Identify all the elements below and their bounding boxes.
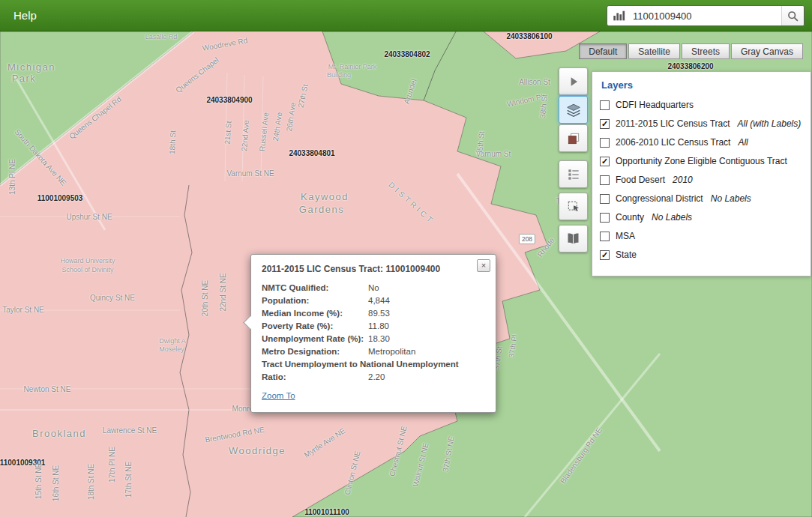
layer-checkbox[interactable] xyxy=(600,138,610,148)
layer-label: State xyxy=(616,250,637,260)
copy-button[interactable] xyxy=(559,124,588,152)
book-icon xyxy=(565,231,581,247)
popup-field-label: Poverty Rate (%): xyxy=(262,320,368,333)
popup-rows: NMTC Qualified:NoPopulation:4,844Median … xyxy=(262,282,485,384)
layer-item[interactable]: ✓State xyxy=(592,250,811,260)
popup-field-value: 18.30 xyxy=(368,333,485,345)
layer-note: All xyxy=(738,137,748,148)
route-shield: 208 xyxy=(519,234,535,244)
layer-label: Congressional District xyxy=(616,193,703,204)
popup-field-label: Tract Unemployment to National Unemploym… xyxy=(262,358,485,371)
layers-panel-title: Layers xyxy=(592,72,811,100)
popup-row: Ratio:2.20 xyxy=(262,371,485,384)
popup-row: Population:4,844 xyxy=(262,294,485,307)
play-button[interactable] xyxy=(559,67,588,95)
layer-checkbox[interactable] xyxy=(600,175,610,185)
layer-label: CDFI Headquarters xyxy=(616,100,694,110)
popup-row: Median Income (%):89.53 xyxy=(262,307,485,320)
popup-field-value: 4,844 xyxy=(368,294,485,307)
app-header: Help xyxy=(0,0,812,31)
popup-close-button[interactable]: × xyxy=(477,259,490,272)
layer-item[interactable]: Food Desert2010 xyxy=(592,175,811,185)
layer-checkbox[interactable]: ✓ xyxy=(600,250,610,260)
layer-item[interactable]: 2006-2010 LIC Census TractAll xyxy=(592,137,811,148)
layers-list: CDFI Headquarters✓2011-2015 LIC Census T… xyxy=(592,100,811,260)
popup-title: 2011-2015 LIC Census Tract: 11001009400 xyxy=(262,264,485,274)
search-widget xyxy=(607,5,805,26)
app-window: 2403380610024033804802240338062002403380… xyxy=(0,0,812,517)
layer-label: Food Desert xyxy=(616,175,665,185)
popup-field-value: 11.80 xyxy=(368,320,485,333)
popup-row: NMTC Qualified:No xyxy=(262,282,485,294)
basemap-graycanvas-button[interactable]: Gray Canvas xyxy=(731,43,803,59)
magnifier-icon xyxy=(787,10,799,22)
play-icon xyxy=(566,74,581,89)
layer-item[interactable]: ✓Opportunity Zone Eligible Contiguous Tr… xyxy=(592,156,811,166)
layer-item[interactable]: CDFI Headquarters xyxy=(592,100,811,110)
layer-item[interactable]: CountyNo Labels xyxy=(592,212,811,223)
basemap-streets-button[interactable]: Streets xyxy=(682,43,730,59)
zoom-to-link[interactable]: Zoom To xyxy=(262,391,295,400)
popup-field-value: No xyxy=(368,282,485,294)
layers-button[interactable] xyxy=(559,96,588,124)
popup-field-label: Metro Designation: xyxy=(262,345,368,358)
layer-note: No Labels xyxy=(711,193,751,204)
layer-checkbox[interactable]: ✓ xyxy=(600,119,610,129)
popup-field-label: Ratio: xyxy=(262,371,368,384)
bookmarks-button[interactable] xyxy=(559,225,588,253)
layer-item[interactable]: Congressional DistrictNo Labels xyxy=(592,193,811,204)
basemap-satellite-button[interactable]: Satellite xyxy=(628,43,680,59)
layer-label: MSA xyxy=(616,231,635,241)
basemap-default-button[interactable]: Default xyxy=(579,43,627,59)
layer-checkbox[interactable]: ✓ xyxy=(600,157,610,166)
popup-row: Tract Unemployment to National Unemploym… xyxy=(262,358,485,371)
layer-checkbox[interactable] xyxy=(600,194,610,204)
layer-checkbox[interactable] xyxy=(600,100,610,110)
layer-note: 2010 xyxy=(673,175,693,185)
help-button[interactable]: Help xyxy=(13,0,37,31)
layer-checkbox[interactable] xyxy=(600,213,610,223)
layer-label: 2006-2010 LIC Census Tract xyxy=(616,137,730,148)
popup-field-value: 2.20 xyxy=(368,371,485,384)
popup-row: Metro Designation:Metropolitan xyxy=(262,345,485,358)
popup-field-label: Unemployment Rate (%): xyxy=(262,333,368,345)
search-button[interactable] xyxy=(781,6,804,25)
layer-note: No Labels xyxy=(652,212,692,223)
select-button[interactable] xyxy=(559,193,588,220)
popup-field-value: 89.53 xyxy=(368,307,485,320)
legend-button[interactable] xyxy=(559,160,588,188)
popup-field-label: Median Income (%): xyxy=(262,307,368,320)
layer-checkbox[interactable] xyxy=(600,232,610,241)
layer-label: Opportunity Zone Eligible Contiguous Tra… xyxy=(616,156,787,166)
bar-chart-icon xyxy=(607,6,630,25)
layer-note: All (with Labels) xyxy=(738,118,802,129)
map-toolbar xyxy=(559,67,589,262)
popup-field-value: Metropolitan xyxy=(368,345,485,358)
overlap-squares-icon xyxy=(566,131,581,146)
legend-icon xyxy=(566,167,581,182)
search-input[interactable] xyxy=(630,10,781,22)
layers-panel: Layers CDFI Headquarters✓2011-2015 LIC C… xyxy=(592,71,811,276)
popup-field-label: Population: xyxy=(262,294,368,307)
layer-label: County xyxy=(616,212,644,223)
select-rectangle-icon xyxy=(566,199,581,214)
popup-row: Unemployment Rate (%):18.30 xyxy=(262,333,485,345)
basemap-switcher: Default Satellite Streets Gray Canvas xyxy=(579,43,803,59)
layer-item[interactable]: MSA xyxy=(592,231,811,241)
layer-item[interactable]: ✓2011-2015 LIC Census TractAll (with Lab… xyxy=(592,118,811,129)
popup-row: Poverty Rate (%):11.80 xyxy=(262,320,485,333)
tract-popup: × 2011-2015 LIC Census Tract: 1100100940… xyxy=(250,254,496,413)
layer-label: 2011-2015 LIC Census Tract xyxy=(616,118,730,129)
layers-icon xyxy=(565,102,582,118)
popup-field-label: NMTC Qualified: xyxy=(262,282,368,294)
